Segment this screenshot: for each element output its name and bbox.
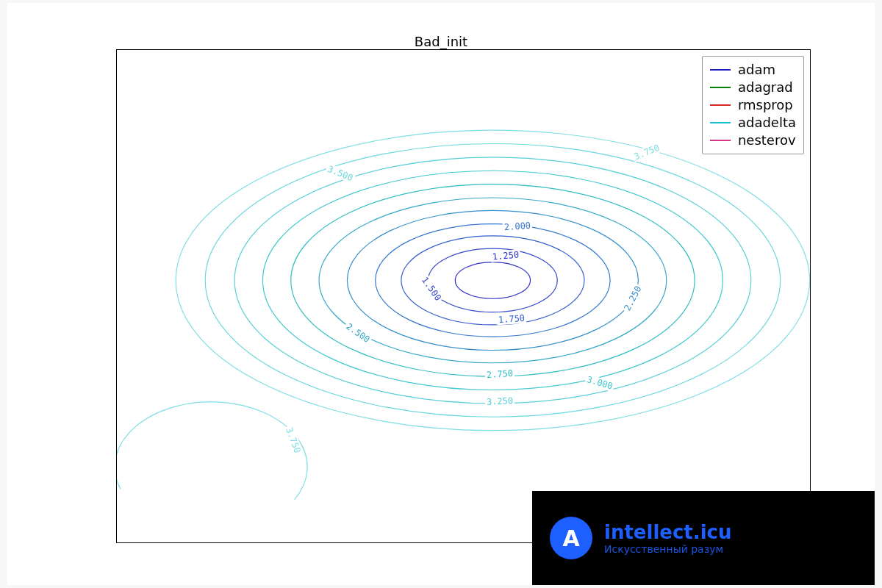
legend-item-rmsprop: rmsprop	[710, 96, 796, 114]
watermark-line1: intellect.icu	[604, 521, 732, 543]
watermark-banner: A intellect.icu Искусственный разум	[532, 491, 875, 585]
legend: adamadagradrmspropadadeltanesterov	[702, 56, 804, 154]
legend-label: nesterov	[738, 132, 796, 149]
legend-swatch	[710, 104, 731, 106]
watermark-line2: Искусственный разум	[604, 543, 732, 555]
legend-swatch	[710, 140, 731, 141]
contour-3	[262, 171, 723, 390]
legend-swatch	[710, 87, 731, 88]
legend-swatch	[710, 122, 731, 123]
contour-label: 2.750	[484, 368, 514, 381]
legend-label: rmsprop	[738, 96, 793, 114]
contour-arc-3.75	[116, 402, 307, 500]
contour-3.25	[234, 157, 751, 404]
figure: Bad_init adamadagradrmspropadadeltaneste…	[7, 3, 875, 585]
contour-1.25	[455, 262, 530, 299]
legend-label: adagrad	[738, 79, 793, 96]
watermark-logo: A	[550, 517, 592, 559]
contour-label: 1.250	[490, 249, 520, 262]
contour-label: 2.000	[502, 220, 532, 232]
legend-label: adadelta	[738, 114, 796, 132]
watermark-text: intellect.icu Искусственный разум	[604, 521, 732, 555]
legend-item-adagrad: adagrad	[710, 79, 796, 96]
contour-3.75	[176, 130, 809, 430]
legend-item-adadelta: adadelta	[710, 114, 796, 132]
chart-title: Bad_init	[7, 34, 875, 49]
legend-label: adam	[738, 61, 775, 79]
contour-2.75	[291, 184, 695, 377]
contour-label: 3.250	[484, 395, 514, 407]
axes: adamadagradrmspropadadeltanesterov 1.250…	[116, 49, 811, 543]
legend-item-nesterov: nesterov	[710, 132, 796, 149]
contour-2	[376, 224, 610, 337]
legend-item-adam: adam	[710, 61, 796, 79]
legend-swatch	[710, 69, 731, 71]
contour-2.25	[347, 210, 638, 350]
watermark-logo-letter: A	[562, 526, 579, 551]
